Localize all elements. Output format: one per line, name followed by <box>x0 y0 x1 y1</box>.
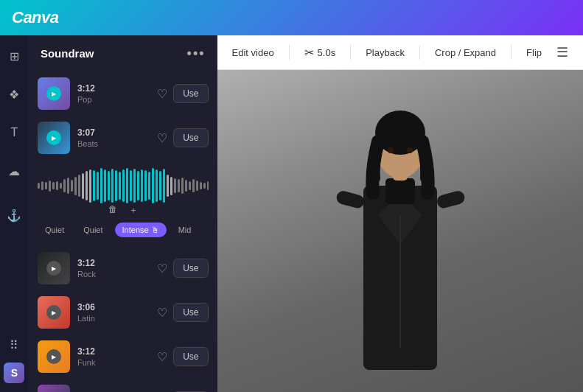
toolbar-divider-1 <box>289 45 290 60</box>
scissors-icon: ✂ <box>304 46 314 60</box>
track-info-rock: 3:12 Rock <box>77 258 150 279</box>
track-actions-latin: ♡ Use <box>157 303 208 322</box>
toolbar-divider-4 <box>511 45 512 60</box>
favorite-button-latin[interactable]: ♡ <box>157 306 167 320</box>
play-button-rock[interactable]: ▶ <box>46 261 61 276</box>
track-thumbnail-rock: ▶ <box>38 252 70 284</box>
play-button-latin[interactable]: ▶ <box>46 305 61 320</box>
favorite-button-rock[interactable]: ♡ <box>157 262 167 276</box>
soundraw-badge[interactable]: S <box>4 363 24 383</box>
track-actions-pop: ♡ Use <box>157 84 208 103</box>
top-bar: Canva <box>0 0 583 35</box>
crop-expand-button[interactable]: Crop / Expand <box>435 47 496 58</box>
play-button-beats[interactable]: ▶ <box>46 130 61 145</box>
track-genre-rock: Rock <box>77 270 150 279</box>
track-thumbnail-beats: ▶ <box>38 122 70 154</box>
track-info-funk: 3:12 Funk <box>77 346 150 367</box>
mood-tag-intense[interactable]: Intense 🖱 <box>115 223 167 237</box>
person-svg <box>308 97 492 392</box>
mood-tags: Quiet Quiet Intense 🖱 Mid <box>38 223 209 242</box>
waveform-edit-icons: 🗑 ＋ <box>38 204 209 217</box>
track-actions-funk: ♡ Use <box>157 347 208 366</box>
canva-logo: Canva <box>12 8 59 27</box>
track-info-beats: 3:07 Beats <box>77 127 150 148</box>
waveform-area: 🗑 ＋ Quiet Quiet Intense 🖱 Mid <box>29 160 217 246</box>
upload-icon[interactable]: ☁ <box>2 159 26 183</box>
track-thumbnail-pop: ▶ <box>38 77 70 110</box>
svg-point-8 <box>407 147 413 153</box>
main-layout: ⊞ ❖ T ☁ ⚓ ⠿ S Soundraw ••• ▶ 3:12 Pop <box>0 35 583 392</box>
favorite-button-funk[interactable]: ♡ <box>157 350 167 364</box>
favorite-button-beats[interactable]: ♡ <box>157 131 167 145</box>
apps-icon[interactable]: ⠿ <box>2 333 26 357</box>
track-time-latin: 3:06 <box>77 302 150 312</box>
use-button-funk[interactable]: Use <box>173 347 208 366</box>
person-photo <box>217 70 583 392</box>
trash-icon[interactable]: 🗑 <box>108 204 117 217</box>
toolbar-divider-2 <box>350 45 351 60</box>
duration-label: 5.0s <box>318 47 336 58</box>
link-icon[interactable]: ⚓ <box>2 203 26 227</box>
track-genre-latin: Latin <box>77 314 150 323</box>
edit-toolbar: Edit video ✂ 5.0s Playback Crop / Expand… <box>217 35 583 70</box>
track-item-beats[interactable]: ▶ 3:07 Beats ♡ Use <box>29 116 217 160</box>
soundraw-header: Soundraw ••• <box>29 35 217 71</box>
toolbar-divider-3 <box>419 45 420 60</box>
waveform-container[interactable] <box>38 167 209 204</box>
mood-tag-quiet1[interactable]: Quiet <box>38 223 71 237</box>
use-button-rock[interactable]: Use <box>173 259 208 278</box>
mood-tag-mid[interactable]: Mid <box>171 223 199 237</box>
svg-point-7 <box>388 147 394 153</box>
use-button-latin[interactable]: Use <box>173 303 208 322</box>
play-button-funk[interactable]: ▶ <box>46 349 61 364</box>
soundraw-panel: Soundraw ••• ▶ 3:12 Pop ♡ Use <box>29 35 217 392</box>
svg-rect-9 <box>335 189 365 209</box>
video-preview <box>217 70 583 392</box>
flip-button[interactable]: Flip <box>526 47 542 58</box>
track-list: ▶ 3:12 Pop ♡ Use ▶ 3:07 Beats <box>29 71 217 392</box>
track-time-rock: 3:12 <box>77 258 150 268</box>
track-item-latin[interactable]: ▶ 3:06 Latin ♡ Use <box>29 290 217 335</box>
sidebar-bottom-area: ⠿ S <box>2 333 26 392</box>
track-thumbnail-funk: ▶ <box>38 340 70 373</box>
menu-icon[interactable]: ☰ <box>556 44 568 60</box>
track-thumbnail-house: ▶ <box>38 385 70 392</box>
soundraw-title: Soundraw <box>41 47 94 60</box>
track-item-house[interactable]: ▶ 3:12 House ♡ Use <box>29 379 217 392</box>
track-time-funk: 3:12 <box>77 346 150 357</box>
track-info-latin: 3:06 Latin <box>77 302 150 323</box>
right-panel: Edit video ✂ 5.0s Playback Crop / Expand… <box>217 35 583 392</box>
use-button-pop[interactable]: Use <box>173 84 208 103</box>
soundraw-menu[interactable]: ••• <box>187 46 206 61</box>
mood-tag-quiet2[interactable]: Quiet <box>76 223 110 237</box>
shapes-icon[interactable]: ❖ <box>2 83 26 106</box>
track-genre-beats: Beats <box>77 139 150 148</box>
track-info-pop: 3:12 Pop <box>77 83 150 104</box>
track-actions-rock: ♡ Use <box>157 259 208 278</box>
edit-video-button[interactable]: Edit video <box>232 47 274 58</box>
use-button-beats[interactable]: Use <box>173 128 208 147</box>
favorite-button-pop[interactable]: ♡ <box>157 87 167 101</box>
playback-button[interactable]: Playback <box>366 47 405 58</box>
play-button-pop[interactable]: ▶ <box>46 86 61 101</box>
track-item[interactable]: ▶ 3:12 Pop ♡ Use <box>29 71 217 116</box>
track-actions-beats: ♡ Use <box>157 128 208 147</box>
grid-icon[interactable]: ⊞ <box>2 44 26 68</box>
svg-rect-3 <box>385 178 415 204</box>
track-item-rock[interactable]: ▶ 3:12 Rock ♡ Use <box>29 246 217 290</box>
track-time-beats: 3:07 <box>77 127 150 138</box>
track-time-pop: 3:12 <box>77 83 150 94</box>
track-genre-funk: Funk <box>77 358 150 367</box>
svg-rect-10 <box>436 189 466 209</box>
sidebar-icons: ⊞ ❖ T ☁ ⚓ ⠿ S <box>0 35 29 392</box>
track-item-funk[interactable]: ▶ 3:12 Funk ♡ Use <box>29 335 217 379</box>
scissors-duration[interactable]: ✂ 5.0s <box>304 46 336 60</box>
track-genre-pop: Pop <box>77 95 150 104</box>
add-icon[interactable]: ＋ <box>129 204 138 217</box>
track-thumbnail-latin: ▶ <box>38 296 70 329</box>
text-icon[interactable]: T <box>2 121 26 144</box>
